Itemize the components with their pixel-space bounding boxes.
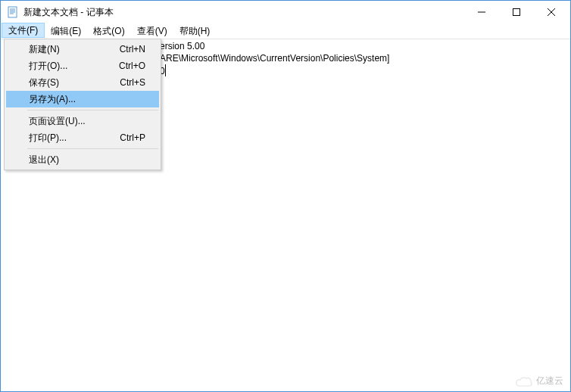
menu-shortcut: Ctrl+P <box>120 132 145 143</box>
app-icon <box>7 6 19 18</box>
titlebar[interactable]: 新建文本文档 - 记事本 <box>1 1 570 23</box>
maximize-button[interactable] <box>499 1 534 23</box>
menu-help[interactable]: 帮助(H) <box>173 23 217 39</box>
window-controls <box>464 1 569 23</box>
menu-label: 打开(O)... <box>29 60 67 73</box>
menu-label: 新建(N) <box>29 43 60 56</box>
menu-page-setup[interactable]: 页面设置(U)... <box>6 113 159 129</box>
menu-new[interactable]: 新建(N)Ctrl+N <box>6 41 159 58</box>
menu-shortcut: Ctrl+S <box>120 77 145 88</box>
svg-rect-6 <box>513 9 520 16</box>
file-menu-dropdown: 新建(N)Ctrl+N 打开(O)...Ctrl+O 保存(S)Ctrl+S 另… <box>4 39 161 170</box>
menu-label: 另存为(A)... <box>29 93 76 106</box>
menu-view[interactable]: 查看(V) <box>131 23 173 39</box>
menu-format[interactable]: 格式(O) <box>87 23 130 39</box>
menu-separator <box>27 110 158 110</box>
menu-separator <box>27 148 158 149</box>
menu-label: 打印(P)... <box>29 132 67 145</box>
menu-open[interactable]: 打开(O)...Ctrl+O <box>6 58 159 74</box>
menu-exit[interactable]: 退出(X) <box>6 151 159 168</box>
menu-shortcut: Ctrl+N <box>120 44 145 54</box>
menu-label: 退出(X) <box>29 154 59 166</box>
menu-label: 页面设置(U)... <box>29 115 86 128</box>
menu-file[interactable]: 文件(F) <box>2 23 45 38</box>
menu-label: 保存(S) <box>29 76 59 89</box>
menubar: 文件(F) 编辑(E) 格式(O) 查看(V) 帮助(H) <box>1 23 570 39</box>
menu-edit[interactable]: 编辑(E) <box>45 23 87 39</box>
minimize-button[interactable] <box>464 1 499 23</box>
text-cursor <box>165 64 166 76</box>
menu-shortcut: Ctrl+O <box>119 61 145 71</box>
menu-save-as[interactable]: 另存为(A)... <box>6 91 159 107</box>
menu-save[interactable]: 保存(S)Ctrl+S <box>6 74 159 91</box>
close-button[interactable] <box>534 1 569 23</box>
menu-print[interactable]: 打印(P)...Ctrl+P <box>6 129 159 146</box>
window-title: 新建文本文档 - 记事本 <box>23 6 464 19</box>
